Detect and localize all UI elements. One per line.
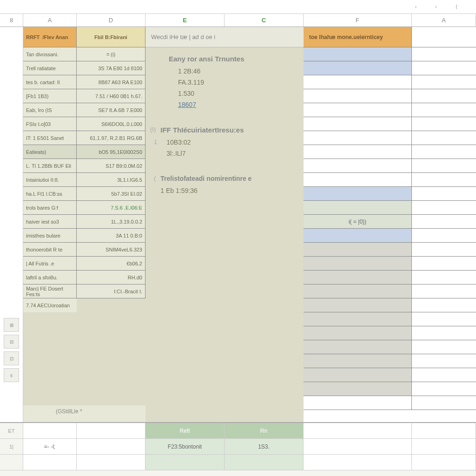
grid-cell[interactable] [23,423,77,438]
grid-cell[interactable] [412,326,476,340]
grid-cell[interactable] [304,271,412,284]
gutter-button[interactable]: ⊞ [4,318,19,332]
table-header-a[interactable]: RRFT /FIev Anan [23,27,77,47]
grid-cell[interactable] [412,243,476,256]
table-cell-value[interactable]: 3L1.l.IG6.5 [77,173,145,186]
table-cell-label[interactable]: laftril a sfoi8u. [23,271,77,284]
grid-cell[interactable] [304,340,412,354]
gutter-button[interactable]: s [4,368,19,382]
grid-cell[interactable] [77,439,145,454]
col-header-g[interactable]: A [412,14,476,26]
grid-cell[interactable] [304,284,412,298]
table-cell-label[interactable]: Trell ratiatate [23,61,77,75]
grid-cell[interactable] [412,382,476,396]
grid-cell[interactable] [304,423,412,438]
row-number[interactable] [0,455,23,470]
grid-cell[interactable] [77,423,145,438]
grid-cell[interactable] [412,284,476,298]
table-cell-value[interactable]: 3A 11 0.B:0 [77,229,145,242]
table-cell-label[interactable]: haiver iest so3 [23,215,77,228]
col-header-c[interactable]: C [225,14,304,26]
table-cell-value[interactable]: SE7 8.A.6B 7.E000 [77,103,145,117]
gutter-button[interactable]: ⊡ [4,351,19,365]
table-cell-label[interactable]: L. Tl 1.2BBi BUF Eli [23,159,77,172]
table-cell-label[interactable]: imisthes bulare [23,229,77,242]
grid-cell[interactable] [412,215,476,228]
grid-cell[interactable] [304,117,412,131]
row-number[interactable]: ET [0,423,23,438]
table-cell-label[interactable]: Intainiutioi II:8. [23,173,77,186]
table-cell-value[interactable] [77,298,145,312]
grid-cell[interactable] [412,61,476,75]
grid-cell[interactable] [304,368,412,382]
col-header-gutter[interactable]: 8 [0,14,23,26]
grid-cell[interactable] [412,201,476,214]
grid-cell[interactable]: =- -l; [23,439,77,454]
grid-cell[interactable] [304,159,412,172]
grid-cell[interactable] [412,159,476,172]
col-header-a[interactable]: A [23,14,77,26]
grid-cell[interactable] [304,47,412,61]
grid-cell[interactable] [304,312,412,326]
table-cell-label[interactable]: tes b. cartad: II [23,75,77,89]
grid-cell[interactable] [412,187,476,200]
table-cell-value[interactable]: RH.d0 [77,271,145,284]
grid-cell[interactable] [412,298,476,312]
table-cell-value[interactable]: 5b7.3SI EI.02 [77,187,145,200]
table-cell-label[interactable]: | All Futris .e [23,257,77,270]
grid-cell[interactable] [304,187,412,200]
table-cell-value[interactable]: S17 B9:0.0M.02 [77,159,145,172]
table-cell-value[interactable]: 8B87 A63 RA E100 [77,75,145,89]
grid-cell[interactable] [77,455,145,470]
table-cell-value[interactable]: = (i) [77,47,145,61]
grid-cell[interactable] [412,89,476,103]
grid-cell[interactable] [412,340,476,354]
grid-cell[interactable] [412,396,476,410]
grid-cell[interactable] [412,271,476,284]
grid-cell[interactable] [304,439,412,454]
grid-header[interactable]: Reft [145,423,225,438]
grid-cell[interactable] [304,75,412,89]
table-cell-value[interactable]: S6I6DO0L.0.L000 [77,117,145,131]
table-cell-label[interactable]: thonoerobit R te [23,243,77,256]
grid-cell[interactable] [304,173,412,186]
table-cell-value[interactable]: 3S 7A E80 1d 8100 [77,61,145,75]
table-cell-value[interactable]: I:CI.-Bracit I. [77,284,145,298]
gutter-button[interactable]: ⊟ [4,335,19,349]
grid-cell[interactable] [412,423,476,438]
table-cell-label[interactable]: Eab, Iro (IS [23,103,77,117]
grid-cell[interactable] [225,455,304,470]
table-cell-value[interactable]: SNIM4veL6.323 [77,243,145,256]
table-cell-label[interactable]: Tan divossani. [23,47,77,61]
table-header-d[interactable]: Fbil B:Fbirani [77,27,145,47]
grid-cell[interactable] [412,257,476,270]
table-cell-value[interactable]: 61.1.97, R.2.B1 RG.6B [77,131,145,145]
grid-cell[interactable] [412,47,476,61]
table-cell-label[interactable]: Marc| FE Dosert Fes:ts [23,284,77,298]
grid-cell[interactable] [145,455,225,470]
grid-cell[interactable] [412,354,476,368]
grid-cell[interactable] [412,439,476,454]
grid-cell[interactable] [304,243,412,256]
grid-cell[interactable] [412,103,476,117]
col-header-d[interactable]: D [77,14,145,26]
grid-cell[interactable] [304,61,412,75]
grid-cell[interactable] [304,229,412,242]
col-header-f[interactable]: F [304,14,412,26]
table-cell-label[interactable]: ha.L Ft1 l.CB:ss [23,187,77,200]
row-number[interactable]: 1| [0,439,23,454]
table-cell-label[interactable]: Eatieats) [23,145,77,159]
grid-header[interactable]: Rn [225,423,304,438]
grid-cell[interactable] [412,229,476,242]
grid-cell[interactable] [304,145,412,159]
grid-cell[interactable] [412,455,476,470]
sheet-tab-label[interactable]: (GStillLle * [23,405,145,416]
grid-cell[interactable] [304,103,412,117]
table-cell-value[interactable]: 7.51 / H60 0B1 h.67. [77,89,145,103]
grid-cell[interactable] [304,354,412,368]
grid-cell[interactable]: 1S3. [225,439,304,454]
grid-cell[interactable]: F23:5bontonit [145,439,225,454]
table-cell-value[interactable]: bO5 95,1E0I002S0 [77,145,145,159]
table-cell-label[interactable]: 7.74 AECUoroatian [23,298,77,312]
table-cell-label[interactable]: trols bares G:f [23,201,77,214]
